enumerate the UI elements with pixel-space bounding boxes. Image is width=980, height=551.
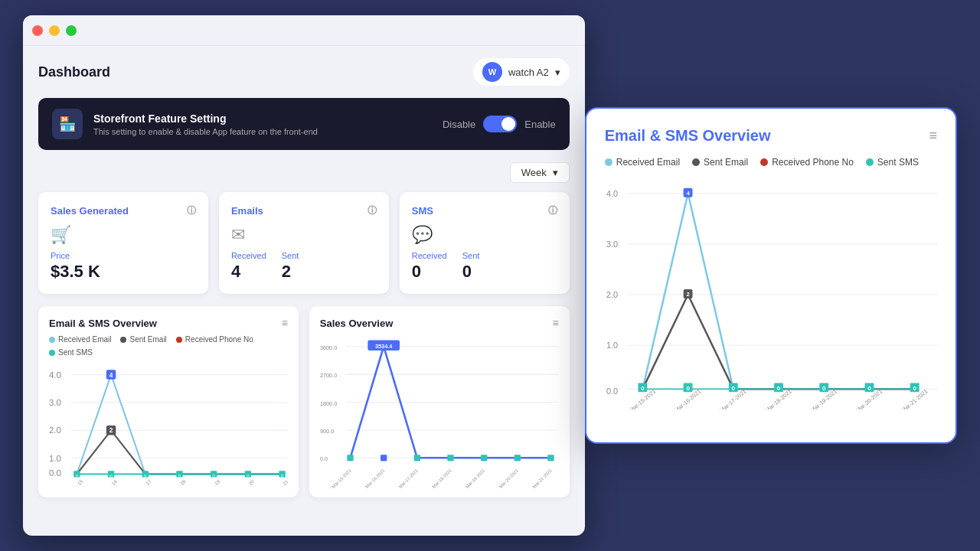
svg-text:0: 0: [212, 473, 215, 478]
feature-toggle[interactable]: [483, 116, 517, 132]
page-header: Dashboard W watch A2 ▾: [38, 58, 570, 86]
svg-text:0: 0: [281, 473, 284, 478]
avatar: W: [482, 62, 502, 82]
svg-text:Mar-20-2021: Mar-20-2021: [498, 468, 519, 488]
chevron-icon: ▾: [555, 67, 560, 78]
svg-text:0: 0: [686, 385, 690, 392]
page-title: Dashboard: [38, 64, 110, 80]
svg-text:0: 0: [867, 385, 871, 392]
legend-received-email: Received Email: [58, 335, 111, 344]
email-sms-legend: Received Email Sent Email Received Phone…: [49, 335, 288, 357]
user-badge[interactable]: W watch A2 ▾: [473, 58, 570, 86]
email-received-value: 4: [231, 262, 266, 282]
week-selector[interactable]: Week ▾: [510, 162, 570, 183]
svg-text:Mar-18-2021: Mar-18-2021: [431, 468, 452, 488]
banner-description: This setting to enable & disable App fea…: [93, 127, 318, 136]
svg-text:0: 0: [76, 473, 79, 478]
expanded-legend: Received Email Sent Email Received Phone…: [605, 157, 937, 168]
svg-text:2: 2: [686, 291, 690, 298]
svg-text:Mar-19: Mar-19: [206, 478, 220, 485]
svg-text:0: 0: [641, 385, 645, 392]
email-sent-label: Sent: [282, 251, 299, 260]
banner-title: Storefront Feature Setting: [93, 112, 318, 125]
svg-rect-48: [347, 455, 353, 461]
svg-text:2.0: 2.0: [606, 290, 618, 299]
svg-text:0: 0: [731, 385, 735, 392]
email-sms-svg: 4.0 3.0 2.0 1.0 0.0: [49, 363, 288, 485]
sales-chart-area: 3600.0 2700.0 1800.0 900.0 0.0: [320, 335, 559, 488]
title-bar: [23, 15, 585, 46]
sales-chart-card: Sales Overview ≡ 3600.0 2700.0 1800.0 90…: [309, 306, 570, 497]
svg-text:3534.4: 3534.4: [375, 343, 392, 350]
svg-rect-54: [547, 455, 554, 461]
svg-text:3.0: 3.0: [49, 398, 61, 407]
svg-text:0: 0: [109, 473, 113, 478]
toggle-thumb: [501, 117, 515, 131]
price-label: Price: [51, 251, 196, 260]
svg-text:2.0: 2.0: [49, 425, 61, 435]
sms-received-value: 0: [412, 262, 447, 282]
dot-yellow[interactable]: [49, 25, 60, 36]
sales-info-icon[interactable]: ⓘ: [187, 204, 196, 217]
cart-icon: 🛒: [51, 225, 196, 245]
banner-icon: 🏪: [52, 109, 83, 139]
svg-text:4.0: 4.0: [606, 189, 618, 198]
svg-text:Mar-21-2021: Mar-21-2021: [531, 468, 552, 488]
expanded-svg: 4.0 3.0 2.0 1.0 0.0 0: [605, 180, 937, 409]
legend-sent-sms: Sent SMS: [58, 348, 93, 357]
sms-info-icon[interactable]: ⓘ: [548, 204, 557, 217]
week-label: Week: [521, 167, 547, 178]
exp-legend-received-phone: Received Phone No: [772, 157, 854, 168]
svg-text:3600.0: 3600.0: [320, 344, 337, 351]
expanded-chart-menu[interactable]: ≡: [929, 128, 937, 144]
emails-card: Emails ⓘ ✉ Received 4 Sent 2: [219, 192, 389, 294]
svg-text:0: 0: [247, 473, 250, 478]
svg-text:Mar-15: Mar-15: [70, 478, 84, 485]
dot-green[interactable]: [66, 25, 77, 36]
dot-red[interactable]: [32, 25, 43, 36]
sales-card: Sales Generated ⓘ 🛒 Price $3.5 K: [38, 192, 208, 294]
sms-icon: 💬: [412, 225, 557, 245]
svg-rect-52: [481, 455, 487, 461]
emails-title: Emails: [231, 205, 263, 217]
svg-text:Mar-15-2021: Mar-15-2021: [331, 468, 351, 488]
sales-chart-menu[interactable]: ≡: [553, 317, 559, 329]
svg-rect-53: [514, 455, 521, 461]
email-sent-value: 2: [282, 262, 299, 282]
exp-legend-received-email: Received Email: [616, 157, 680, 168]
email-sms-chart-card: Email & SMS Overview ≡ Received Email Se…: [38, 306, 299, 497]
svg-text:0.0: 0.0: [49, 468, 61, 478]
svg-text:4.0: 4.0: [49, 370, 61, 380]
sms-title: SMS: [412, 205, 433, 217]
svg-text:0: 0: [777, 385, 781, 392]
sales-chart-title: Sales Overview: [320, 318, 393, 329]
charts-row: Email & SMS Overview ≡ Received Email Se…: [38, 306, 570, 497]
svg-text:Mar-17: Mar-17: [138, 478, 152, 485]
sales-title: Sales Generated: [51, 205, 129, 217]
email-sms-chart-menu[interactable]: ≡: [282, 317, 288, 329]
sms-received-label: Received: [412, 251, 447, 260]
exp-legend-sent-email: Sent Email: [704, 157, 748, 168]
enable-label: Enable: [524, 119, 555, 130]
svg-text:3.0: 3.0: [606, 240, 618, 249]
svg-text:1.0: 1.0: [606, 341, 618, 350]
svg-text:0: 0: [178, 473, 181, 478]
svg-text:Mar-21: Mar-21: [275, 478, 288, 485]
feature-banner: 🏪 Storefront Feature Setting This settin…: [38, 98, 570, 150]
week-chevron: ▾: [553, 167, 558, 178]
legend-sent-email: Sent Email: [129, 335, 166, 344]
price-value: $3.5 K: [51, 262, 196, 282]
legend-received-phone: Received Phone No: [185, 335, 253, 344]
sms-sent-label: Sent: [462, 251, 480, 260]
svg-text:1.0: 1.0: [49, 454, 61, 463]
svg-text:Mar-19-2021: Mar-19-2021: [465, 468, 485, 488]
svg-text:2: 2: [109, 426, 113, 434]
email-sms-chart-area: 4.0 3.0 2.0 1.0 0.0: [49, 363, 288, 485]
app-window: Dashboard W watch A2 ▾ 🏪 Storefront Feat…: [23, 15, 585, 536]
emails-info-icon[interactable]: ⓘ: [368, 204, 377, 217]
svg-rect-49: [381, 455, 387, 461]
sms-sent-value: 0: [462, 262, 480, 282]
sales-svg: 3600.0 2700.0 1800.0 900.0 0.0: [320, 335, 559, 488]
svg-text:0: 0: [913, 385, 916, 392]
disable-label: Disable: [443, 119, 475, 130]
